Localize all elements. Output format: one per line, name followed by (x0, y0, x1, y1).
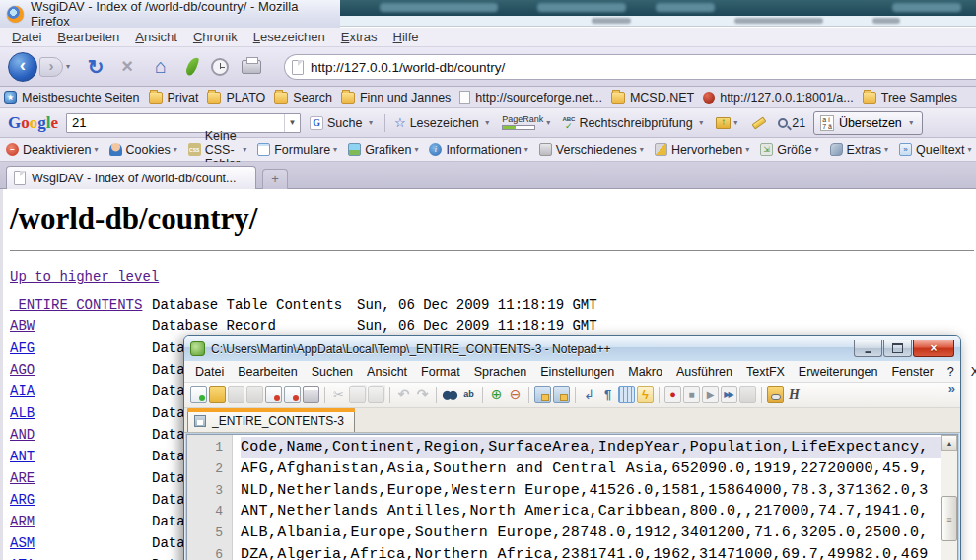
bookmark-item[interactable]: PLATO (207, 91, 265, 105)
indent-guide-icon[interactable] (618, 386, 635, 403)
notepad-titlebar[interactable]: C:\Users\Martin\AppData\Local\Temp\_ENTI… (184, 336, 960, 361)
notepad-menu-item[interactable]: Datei (188, 365, 231, 379)
highlighter-icon[interactable] (752, 116, 767, 129)
listing-link[interactable]: ARE (10, 467, 152, 489)
bookmark-item[interactable]: Finn und Jannes (341, 91, 451, 105)
scroll-up-icon[interactable] (941, 435, 957, 451)
play-macro-icon[interactable]: ▶ (702, 386, 719, 403)
sync-horizontal-icon[interactable] (553, 386, 570, 403)
firefox-menu-item[interactable]: Hilfe (385, 30, 427, 44)
listing-link[interactable]: ARM (10, 511, 152, 532)
close-button[interactable] (913, 340, 954, 357)
close-document-button[interactable]: X (961, 365, 976, 379)
editor-line[interactable]: ALB,Albania,Europe,Southern Europe,28748… (241, 523, 941, 544)
translate-button[interactable]: Übersetzen ▾ (813, 111, 923, 135)
find-icon[interactable] (442, 386, 458, 403)
print-icon[interactable] (242, 60, 261, 74)
webdev-item[interactable]: Informationen▾ (429, 143, 530, 157)
notepad-menu-item[interactable]: Ausführen (669, 365, 739, 379)
spellcheck-button[interactable]: ABC✓ Rechtschreibprüfung ▾ (562, 116, 706, 130)
firefox-menu-item[interactable]: Datei (4, 30, 49, 44)
editor-lines[interactable]: Code,Name,Continent,Region,SurfaceArea,I… (233, 435, 941, 560)
bookmark-item[interactable]: Privat (149, 91, 199, 105)
notepad-menu-item[interactable]: Suchen (305, 365, 360, 379)
google-search-input[interactable] (67, 115, 284, 130)
history-clock-icon[interactable] (211, 58, 229, 76)
google-bookmarks-button[interactable]: Lesezeichen ▾ (394, 115, 492, 130)
firefox-menu-item[interactable]: Ansicht (127, 30, 185, 44)
notepad-menu-item[interactable]: Makro (621, 365, 669, 379)
replace-icon[interactable] (460, 386, 477, 403)
editor-line[interactable]: DZA,Algeria,Africa,Northern Africa,23817… (241, 544, 941, 560)
maximize-button[interactable] (883, 340, 912, 357)
show-symbols-icon[interactable]: ¶ (599, 386, 616, 403)
toolbar-overflow-icon[interactable]: » (948, 383, 955, 396)
url-input[interactable] (311, 60, 922, 75)
editor-line[interactable]: NLD,Netherlands,Europe,Western Europe,41… (241, 480, 941, 502)
sync-vertical-icon[interactable] (534, 386, 551, 403)
webdev-item[interactable]: Cookies▾ (109, 143, 180, 157)
webdev-item[interactable]: Hervorheben▾ (655, 143, 752, 157)
listing-link[interactable]: AGO (10, 359, 152, 381)
listing-link[interactable]: ABW (10, 315, 152, 337)
minimize-button[interactable] (854, 340, 882, 357)
close-all-icon[interactable] (284, 386, 301, 403)
home-button[interactable] (148, 55, 174, 78)
listing-link[interactable]: ANT (10, 446, 152, 467)
notepad-menu-item[interactable]: Erweiterungen (792, 365, 885, 379)
url-bar[interactable] (284, 54, 976, 80)
google-search-box[interactable]: ▼ (66, 113, 301, 133)
redo-icon[interactable]: ↷ (414, 386, 431, 403)
word-find-magnifier-icon[interactable] (778, 118, 788, 128)
html-icon[interactable]: H (786, 386, 802, 403)
notepad-menu-item[interactable]: Ansicht (360, 365, 414, 379)
listing-link[interactable]: AFG (10, 337, 152, 359)
stop-macro-icon[interactable]: ■ (683, 386, 700, 403)
webdev-item[interactable]: Grafiken▾ (348, 143, 421, 157)
webdev-item[interactable]: Quelltext▾ (899, 143, 974, 157)
new-tab-button[interactable] (262, 169, 288, 189)
back-button[interactable] (8, 52, 37, 82)
save-macro-icon[interactable] (739, 386, 756, 403)
bookmark-item[interactable]: Search (274, 91, 332, 105)
listing-link[interactable]: ATA (10, 554, 152, 560)
open-icon[interactable] (209, 386, 226, 403)
webdev-item[interactable]: Größe▾ (760, 143, 821, 157)
pagerank-widget[interactable]: PageRank (502, 115, 543, 130)
run-macro-multi-icon[interactable]: ▶▶ (721, 386, 737, 403)
notepad-menu-item[interactable]: TextFX (739, 365, 792, 379)
editor-line[interactable]: Code,Name,Continent,Region,SurfaceArea,I… (241, 437, 941, 458)
firefox-menu-item[interactable]: Bearbeiten (49, 30, 127, 44)
browser-tab[interactable]: WsgiDAV - Index of /world-db/count... (6, 166, 256, 189)
editor-area[interactable]: 123456 Code,Name,Continent,Region,Surfac… (186, 434, 958, 560)
document-tab[interactable]: _ENTIRE_CONTENTS-3 (187, 408, 355, 432)
notepad-menu-item[interactable]: Sprachen (467, 365, 534, 379)
search-dropdown-icon[interactable]: ▼ (284, 114, 300, 132)
paste-icon[interactable] (368, 386, 384, 403)
listing-link[interactable]: ALB (10, 402, 152, 424)
up-to-higher-level-link[interactable]: Up to higher level (10, 266, 159, 288)
history-dropdown-icon[interactable]: ▾ (66, 62, 70, 71)
bookmark-item[interactable]: Tree Samples (863, 91, 957, 105)
function-list-icon[interactable] (637, 386, 654, 403)
undo-icon[interactable]: ↶ (395, 386, 412, 403)
listing-link[interactable]: ARG (10, 489, 152, 511)
print-icon[interactable] (303, 386, 319, 403)
listing-link[interactable]: AIA (10, 381, 152, 402)
notepad-menu-item[interactable]: ? (941, 365, 961, 379)
scrollbar-thumb[interactable] (941, 496, 957, 541)
zoom-in-icon[interactable] (488, 386, 505, 403)
webdev-item[interactable]: Extras▾ (830, 143, 891, 157)
bookmark-item[interactable]: MCSD.NET (611, 91, 694, 105)
listing-link[interactable]: AND (10, 424, 152, 446)
word-wrap-icon[interactable] (581, 386, 597, 403)
forward-button[interactable] (39, 57, 63, 77)
listing-link[interactable]: ASM (10, 532, 152, 554)
send-to-folder-icon[interactable] (716, 117, 731, 129)
firefox-menu-item[interactable]: Lesezeichen (245, 30, 333, 44)
new-file-icon[interactable] (190, 386, 207, 403)
firefox-menu-item[interactable]: Extras (333, 30, 385, 44)
notepad-menu-item[interactable]: Format (414, 365, 467, 379)
copy-icon[interactable] (349, 386, 366, 403)
listing-link[interactable]: _ENTIRE_CONTENTS (10, 294, 152, 315)
